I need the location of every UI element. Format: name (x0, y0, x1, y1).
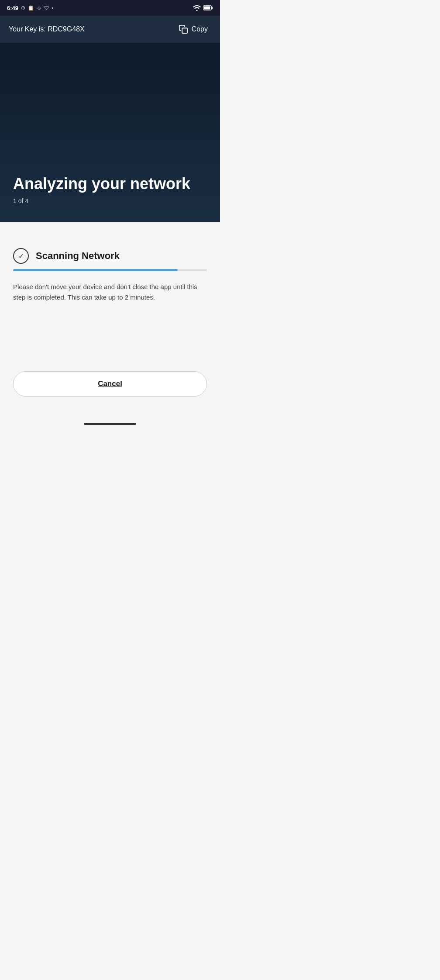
svg-rect-1 (204, 7, 210, 10)
battery-icon (203, 5, 213, 10)
settings-icon: ⚙ (21, 5, 25, 11)
svg-rect-3 (182, 28, 187, 33)
hero-section: Analyzing your network 1 of 4 (0, 43, 220, 222)
svg-rect-2 (212, 7, 213, 9)
status-bar-left: 6:49 ⚙ 📋 ☺ 🛡 • (7, 5, 53, 11)
copy-label: Copy (192, 25, 208, 33)
scan-row: ✓ Scanning Network (13, 248, 207, 264)
content-section: ✓ Scanning Network Please don't move you… (0, 222, 220, 418)
hero-spacer (13, 60, 207, 174)
status-bar: 6:49 ⚙ 📋 ☺ 🛡 • (0, 0, 220, 16)
shield-icon: 🛡 (44, 5, 49, 10)
smiley-icon: ☺ (37, 5, 41, 10)
check-circle: ✓ (13, 248, 29, 264)
check-mark-icon: ✓ (18, 252, 24, 260)
clipboard-icon: 📋 (28, 5, 34, 11)
home-indicator (84, 423, 136, 425)
hero-bottom: 1 of 4 (13, 197, 207, 204)
copy-icon (179, 24, 188, 34)
description-text: Please don't move your device and don't … (13, 282, 207, 303)
progress-bar-fill (13, 269, 178, 271)
cancel-button[interactable]: Cancel (13, 371, 207, 397)
hero-title: Analyzing your network (13, 174, 207, 193)
wifi-icon (193, 5, 201, 11)
app-bar: Your Key is: RDC9G48X Copy (0, 16, 220, 43)
scan-label: Scanning Network (36, 250, 120, 262)
copy-button[interactable]: Copy (175, 23, 211, 36)
dot-icon: • (52, 5, 53, 10)
step-indicator: 1 of 4 (13, 197, 207, 204)
status-time: 6:49 (7, 5, 18, 11)
progress-bar-container (13, 269, 207, 271)
key-label: Your Key is: RDC9G48X (9, 25, 85, 33)
status-bar-right (193, 5, 213, 11)
